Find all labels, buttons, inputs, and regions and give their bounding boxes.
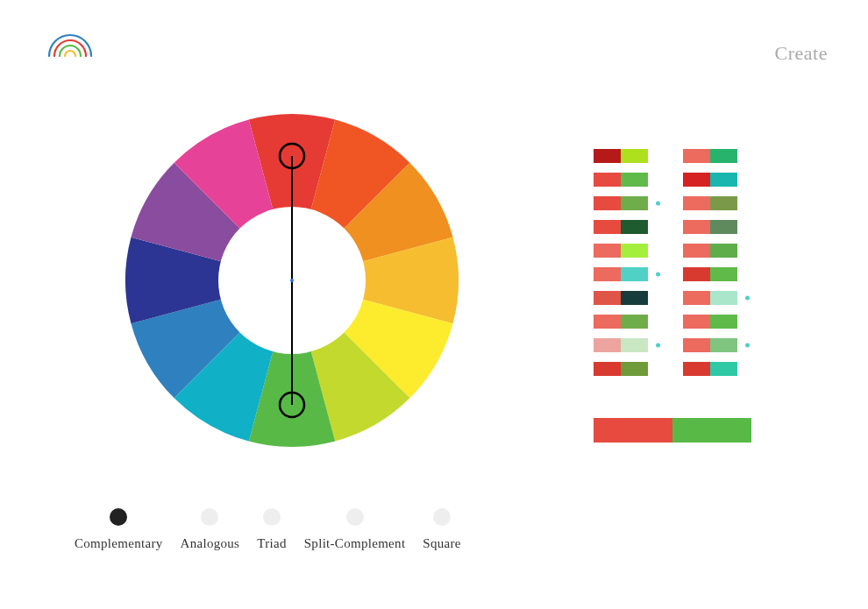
palette-swatch-pair[interactable]: [683, 244, 737, 258]
tab-complementary[interactable]: Complementary: [66, 508, 172, 551]
swatch-b: [621, 267, 648, 281]
palette-swatch-pair[interactable]: [594, 338, 648, 352]
palette-row: [594, 220, 648, 234]
nav-create-link[interactable]: Create: [775, 42, 828, 65]
palette-row: [683, 220, 737, 234]
swatch-b: [621, 338, 648, 352]
palette-suggestions: [594, 149, 737, 376]
palette-swatch-pair[interactable]: [683, 220, 737, 234]
swatch-a: [594, 244, 621, 258]
selected-indicator-icon: [745, 343, 750, 348]
selected-indicator-icon: [656, 273, 660, 277]
swatch-a: [594, 267, 621, 281]
tab-dot-icon: [263, 508, 281, 526]
tab-label: Analogous: [181, 536, 240, 551]
main-swatch-b: [672, 418, 751, 443]
palette-row: [683, 338, 737, 352]
swatch-b: [710, 315, 737, 329]
logo-rainbow-icon[interactable]: [44, 26, 96, 61]
swatch-b: [621, 244, 648, 258]
swatch-a: [594, 338, 621, 352]
palette-row: [594, 291, 648, 305]
tab-label: Triad: [257, 536, 286, 551]
palette-row: [683, 315, 737, 329]
palette-swatch-pair[interactable]: [594, 244, 648, 258]
palette-swatch-pair[interactable]: [683, 149, 737, 163]
palette-swatch-pair[interactable]: [683, 362, 737, 376]
palette-swatch-pair[interactable]: [594, 173, 648, 187]
main-color-pair[interactable]: [594, 418, 751, 443]
palette-swatch-pair[interactable]: [594, 267, 648, 281]
tab-triad[interactable]: Triad: [248, 508, 295, 551]
swatch-b: [710, 267, 737, 281]
selected-indicator-icon: [656, 202, 660, 206]
palette-swatch-pair[interactable]: [683, 267, 737, 281]
swatch-a: [683, 244, 710, 258]
palette-row: [594, 338, 648, 352]
palette-row: [683, 173, 737, 187]
palette-row: [594, 244, 648, 258]
swatch-a: [683, 338, 710, 352]
swatch-b: [710, 338, 737, 352]
palette-swatch-pair[interactable]: [683, 291, 737, 305]
tab-split-complement[interactable]: Split-Complement: [295, 508, 415, 551]
palette-row: [594, 362, 648, 376]
tab-analogous[interactable]: Analogous: [172, 508, 249, 551]
swatch-a: [594, 149, 621, 163]
tab-label: Complementary: [75, 536, 163, 551]
swatch-b: [710, 149, 737, 163]
swatch-b: [710, 291, 737, 305]
swatch-a: [594, 291, 621, 305]
swatch-a: [683, 220, 710, 234]
palette-swatch-pair[interactable]: [594, 220, 648, 234]
palette-row: [683, 362, 737, 376]
tab-dot-icon: [433, 508, 451, 526]
palette-row: [683, 244, 737, 258]
swatch-a: [594, 220, 621, 234]
tab-dot-icon: [201, 508, 218, 526]
palette-row: [683, 196, 737, 210]
palette-row: [594, 315, 648, 329]
selected-indicator-icon: [656, 343, 660, 348]
swatch-a: [683, 267, 710, 281]
swatch-a: [683, 173, 710, 187]
palette-row: [594, 267, 648, 281]
palette-swatch-pair[interactable]: [594, 362, 648, 376]
palette-swatch-pair[interactable]: [594, 196, 648, 210]
swatch-a: [594, 362, 621, 376]
tab-dot-icon: [346, 508, 364, 526]
swatch-a: [683, 149, 710, 163]
swatch-b: [710, 196, 737, 210]
tab-square[interactable]: Square: [414, 508, 469, 551]
palette-swatch-pair[interactable]: [594, 149, 648, 163]
palette-swatch-pair[interactable]: [683, 338, 737, 352]
swatch-b: [621, 315, 648, 329]
palette-swatch-pair[interactable]: [683, 315, 737, 329]
palette-swatch-pair[interactable]: [683, 196, 737, 210]
palette-row: [683, 149, 737, 163]
palette-row: [594, 149, 648, 163]
tab-label: Split-Complement: [304, 536, 406, 551]
swatch-b: [710, 244, 737, 258]
swatch-b: [710, 362, 737, 376]
palette-swatch-pair[interactable]: [594, 315, 648, 329]
color-wheel[interactable]: [108, 96, 476, 464]
swatch-b: [621, 173, 648, 187]
swatch-a: [594, 196, 621, 210]
svg-point-2: [290, 279, 294, 282]
palette-swatch-pair[interactable]: [683, 173, 737, 187]
palette-row: [594, 196, 648, 210]
palette-swatch-pair[interactable]: [594, 291, 648, 305]
swatch-a: [683, 362, 710, 376]
swatch-b: [621, 149, 648, 163]
main-swatch-a: [594, 418, 672, 443]
palette-row: [683, 267, 737, 281]
swatch-a: [683, 315, 710, 329]
swatch-b: [621, 196, 648, 210]
harmony-tabs: ComplementaryAnalogousTriadSplit-Complem…: [66, 508, 470, 551]
swatch-a: [594, 315, 621, 329]
swatch-a: [683, 196, 710, 210]
swatch-a: [683, 291, 710, 305]
swatch-b: [710, 173, 737, 187]
swatch-b: [621, 291, 648, 305]
